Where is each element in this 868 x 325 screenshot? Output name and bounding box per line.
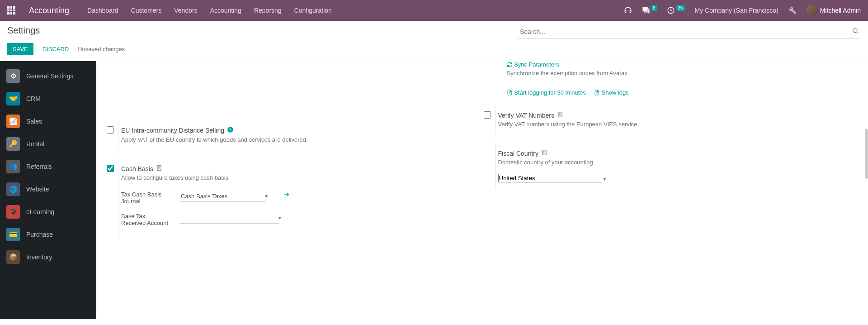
top-navbar: Accounting Dashboard Customers Vendors A…: [0, 0, 868, 21]
search-input[interactable]: [517, 25, 861, 38]
svg-rect-5: [558, 112, 562, 117]
verify-vat-checkbox[interactable]: [484, 111, 491, 119]
eu-distance-checkbox[interactable]: [107, 126, 114, 134]
sidebar-item-sales[interactable]: 📈 Sales: [0, 110, 96, 133]
sidebar-item-elearning[interactable]: 🎓 eLearning: [0, 201, 96, 223]
setting-cash-basis: Cash Basis Allow to configure taxes usin…: [118, 158, 477, 241]
search-box: [517, 25, 861, 38]
sidebar-item-label: CRM: [26, 95, 41, 102]
sync-desc: Synchronize the exemption codes from Ava…: [507, 70, 854, 76]
chevron-down-icon[interactable]: ▼: [603, 177, 607, 182]
activities-badge: 35: [676, 5, 684, 11]
setting-fiscal-country: Fiscal Country Domestic country of your …: [495, 143, 854, 189]
activities-icon[interactable]: 35: [667, 6, 684, 14]
menu-vendors[interactable]: Vendors: [174, 7, 197, 14]
base-tax-select[interactable]: [180, 213, 279, 224]
sidebar-item-label: Website: [26, 186, 49, 193]
voip-icon[interactable]: [624, 6, 632, 14]
sidebar-item-label: eLearning: [26, 208, 54, 215]
gear-icon: ⚙: [6, 69, 20, 83]
field-tax-cash-journal: Tax Cash Basis Journal ▼: [121, 191, 477, 205]
setting-eu-distance-selling: EU Intra-community Distance Selling ? Ap…: [118, 120, 477, 149]
discard-button[interactable]: DISCARD: [39, 43, 73, 55]
menu-accounting[interactable]: Accounting: [210, 7, 241, 14]
svg-rect-6: [542, 150, 546, 155]
messages-icon[interactable]: 6: [642, 6, 657, 14]
sidebar-item-website[interactable]: 🌐 Website: [0, 178, 96, 201]
avatax-sync-block: Sync Parameters Synchronize the exemptio…: [507, 61, 854, 96]
sidebar-item-label: General Settings: [26, 72, 73, 80]
svg-text:?: ?: [229, 128, 231, 132]
app-brand: Accounting: [29, 6, 69, 15]
people-icon: 👥: [6, 160, 20, 173]
help-icon[interactable]: ?: [227, 126, 234, 134]
debug-icon[interactable]: [788, 6, 797, 14]
settings-sidebar: ⚙ General Settings 🤝 CRM 📈 Sales 🔑 Renta…: [0, 61, 96, 319]
globe-icon: 🌐: [6, 182, 20, 196]
handshake-icon: 🤝: [6, 92, 20, 105]
sidebar-item-crm[interactable]: 🤝 CRM: [0, 87, 96, 110]
settings-content: EU Intra-community Distance Selling ? Ap…: [96, 61, 868, 319]
sidebar-item-rental[interactable]: 🔑 Rental: [0, 133, 96, 155]
building-icon: [541, 149, 547, 157]
page-title: Settings: [7, 25, 40, 36]
scrollbar[interactable]: [865, 129, 868, 179]
setting-desc: Allow to configure taxes using cash basi…: [121, 174, 316, 181]
cash-basis-checkbox[interactable]: [107, 165, 114, 172]
setting-title-text: EU Intra-community Distance Selling: [121, 127, 224, 134]
card-icon: 💳: [6, 228, 20, 241]
start-logging-link[interactable]: Start logging for 30 minutes: [507, 89, 586, 96]
svg-rect-4: [157, 166, 161, 171]
company-selector[interactable]: My Company (San Francisco): [695, 7, 778, 14]
building-icon: [156, 165, 162, 172]
key-icon: 🔑: [6, 137, 20, 151]
setting-desc: Verify VAT numbers using the European VI…: [498, 121, 693, 128]
control-panel: Settings SAVE DISCARD Unsaved changes: [0, 21, 868, 61]
setting-desc: Domestic country of your accounting: [498, 159, 693, 166]
sidebar-item-label: Rental: [26, 140, 44, 148]
sidebar-item-label: Referrals: [26, 163, 52, 170]
chevron-down-icon[interactable]: ▼: [278, 215, 282, 220]
field-base-tax-account: Base Tax Received Account ▼: [121, 213, 477, 226]
sidebar-item-label: Inventory: [26, 253, 52, 261]
sidebar-item-referrals[interactable]: 👥 Referrals: [0, 155, 96, 178]
sync-parameters-link[interactable]: Sync Parameters: [507, 61, 559, 68]
user-name: Mitchell Admin: [820, 7, 861, 14]
book-icon: 🎓: [6, 205, 20, 219]
messages-badge: 6: [651, 5, 657, 11]
journal-select[interactable]: [180, 191, 266, 202]
field-label: Tax Cash Basis Journal: [121, 191, 171, 205]
main-layout: ⚙ General Settings 🤝 CRM 📈 Sales 🔑 Renta…: [0, 61, 868, 319]
avatar: [807, 5, 817, 16]
chevron-down-icon[interactable]: ▼: [264, 194, 269, 199]
sidebar-item-inventory[interactable]: 📦 Inventory: [0, 246, 96, 268]
unsaved-indicator: Unsaved changes: [78, 46, 125, 53]
menu-configuration[interactable]: Configuration: [294, 7, 332, 14]
chart-icon: 📈: [6, 115, 20, 128]
menu-dashboard[interactable]: Dashboard: [87, 7, 118, 14]
svg-point-1: [853, 29, 857, 33]
box-icon: 📦: [6, 250, 20, 264]
external-link-icon[interactable]: [283, 191, 290, 200]
setting-title-text: Cash Basis: [121, 165, 153, 172]
show-logs-link[interactable]: Show logs: [594, 89, 629, 96]
sidebar-item-label: Purchase: [26, 231, 53, 238]
search-icon[interactable]: [852, 27, 859, 36]
save-button[interactable]: SAVE: [7, 43, 33, 55]
menu-reporting[interactable]: Reporting: [254, 7, 282, 14]
setting-verify-vat: Verify VAT Numbers Verify VAT numbers us…: [495, 105, 854, 134]
building-icon: [557, 111, 563, 119]
setting-desc: Apply VAT of the EU country to which goo…: [121, 136, 316, 143]
sidebar-item-label: Sales: [26, 118, 42, 125]
sidebar-item-general[interactable]: ⚙ General Settings: [0, 65, 96, 87]
setting-title-text: Fiscal Country: [498, 150, 538, 157]
navbar-menu: Dashboard Customers Vendors Accounting R…: [87, 7, 332, 14]
menu-customers[interactable]: Customers: [131, 7, 162, 14]
fiscal-country-select[interactable]: [498, 174, 602, 182]
user-menu[interactable]: Mitchell Admin: [807, 5, 861, 16]
field-label: Base Tax Received Account: [121, 213, 171, 226]
setting-title-text: Verify VAT Numbers: [498, 112, 554, 119]
apps-launcher-icon[interactable]: [7, 6, 15, 14]
sidebar-item-purchase[interactable]: 💳 Purchase: [0, 223, 96, 246]
